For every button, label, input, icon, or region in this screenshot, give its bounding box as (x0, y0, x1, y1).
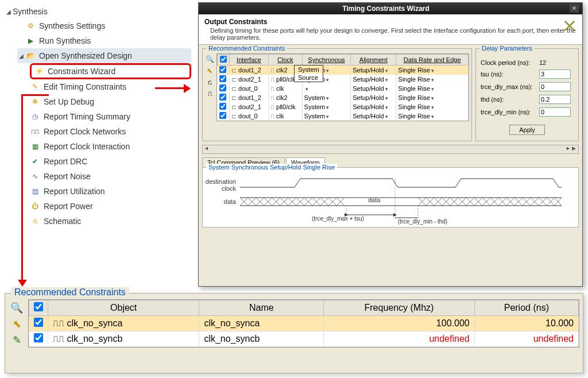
tree-report-noise[interactable]: ∿ Report Noise (30, 169, 191, 184)
tree-label: Open Synthesized Design (39, 51, 132, 60)
tree-label: Run Synthesis (39, 36, 91, 45)
row-checkbox[interactable] (34, 318, 43, 327)
tree-root-synthesis[interactable]: ◢ Synthesis (5, 5, 191, 18)
cell-sync[interactable]: System (302, 93, 351, 102)
col-sync[interactable]: Synchronous (302, 55, 351, 65)
dropdown-option[interactable]: Source (295, 74, 323, 82)
table-row[interactable]: ⊏ dout_0 ⎍ clk Setup/Hold Single Rise (218, 84, 469, 93)
table-row[interactable]: ⊏ dout2_1 ⎍ pll0/clk System Setup/Hold S… (218, 102, 469, 111)
cell-sync[interactable]: System (302, 111, 351, 121)
xilinx-logo-icon (563, 19, 577, 33)
col-align[interactable]: Alignment (351, 55, 396, 65)
tmin-input[interactable] (539, 107, 571, 117)
waveform-title: System Synchronous Setup/Hold Single Ris… (206, 164, 337, 171)
tree-report-util[interactable]: ▤ Report Utilization (30, 184, 191, 199)
table-row[interactable]: ⊏ dout1_2 ⎍ clk2 System Setup/Hold Singl… (218, 65, 469, 75)
cell-align[interactable]: Setup/Hold (351, 75, 396, 84)
edit-icon[interactable]: ✎ (13, 334, 21, 346)
table-row[interactable]: ⊏ dout2_1 ⎍ pll0/clk System Setup/Hold S… (218, 75, 469, 84)
row-checkbox[interactable] (219, 75, 226, 82)
collapse-icon[interactable]: ◢ (5, 9, 13, 15)
cell-align[interactable]: Setup/Hold (351, 84, 396, 93)
tree-label: Schematic (44, 217, 81, 226)
row-checkbox[interactable] (219, 94, 226, 101)
wave-tool-icon[interactable]: ⎍ (205, 89, 214, 98)
col-name[interactable]: Name (199, 300, 324, 316)
table-row[interactable]: ⊏ dout_0 ⎍ clk System Setup/Hold Single … (218, 111, 469, 121)
design-icon: 📂 (25, 51, 36, 61)
table-header: Object Name Frequency (Mhz) Period (ns) (29, 300, 579, 316)
rec-toolbar: 🔍 ⬉ ⎌ ⎍ (205, 53, 216, 121)
cell-align[interactable]: Setup/Hold (351, 111, 396, 121)
window-title: Timing Constraints Wizard (202, 5, 570, 13)
search-icon[interactable]: 🔍 (10, 302, 23, 314)
col-clock[interactable]: Clock (269, 55, 303, 65)
tree-setup-debug[interactable]: ❋ Set Up Debug (30, 94, 191, 109)
cell-interface: ⊏ dout2_1 (230, 75, 269, 84)
hscrollbar[interactable] (202, 145, 579, 154)
tree-edit-timing[interactable]: ✎ Edit Timing Constraints (30, 79, 191, 94)
cell-sync[interactable]: System (302, 102, 351, 111)
tool-icon[interactable]: ⎌ (205, 78, 214, 87)
thd-label: thd (ns): (481, 96, 539, 103)
tmax-input[interactable] (539, 82, 571, 91)
sync-dropdown[interactable]: System Source (294, 65, 323, 82)
tree-run-synth[interactable]: ▶ Run Synthesis (17, 33, 191, 48)
checkbox-all[interactable] (34, 302, 43, 311)
col-interface[interactable]: Interface (230, 55, 269, 65)
cell-clock: ⎍ clk2 (269, 93, 303, 102)
table-row[interactable]: ⊏ dout1_2 ⎍ clk2 System Setup/Hold Singl… (218, 93, 469, 102)
cursor-icon[interactable]: ⬉ (13, 318, 21, 330)
cell-rate[interactable]: Single Rise (396, 75, 469, 84)
cell-rate[interactable]: Single Rise (396, 102, 469, 111)
row-checkbox[interactable] (219, 112, 226, 119)
tree-schematic[interactable]: ⎋ Schematic (30, 214, 191, 229)
cell-rate[interactable]: Single Rise (396, 65, 469, 75)
tree-constraints-wizard[interactable]: ⚡ Constraints Wizard (30, 63, 191, 79)
cell-name: clk_no_synca (199, 316, 324, 331)
search-icon[interactable]: 🔍 (205, 55, 214, 64)
tsu-input[interactable] (539, 70, 571, 79)
row-checkbox[interactable] (219, 84, 226, 91)
col-period[interactable]: Period (ns) (474, 300, 578, 316)
tree-label: Constraints Wizard (48, 67, 115, 76)
col-object[interactable]: Object (48, 300, 199, 316)
tree-report-clock-net[interactable]: ⎍⎍ Report Clock Networks (30, 124, 191, 139)
close-button[interactable]: × (570, 5, 579, 13)
col-rate[interactable]: Data Rate and Edge (396, 55, 469, 65)
arrow-corner (21, 94, 49, 96)
dropdown-option[interactable]: System (295, 65, 323, 74)
cell-align[interactable]: Setup/Hold (351, 65, 396, 75)
collapse-icon[interactable]: ◢ (17, 53, 25, 59)
wand-icon: ⚡ (34, 66, 44, 76)
tree-report-power[interactable]: ⏻ Report Power (30, 199, 191, 214)
table-row[interactable]: ⎍⎍ clk_no_synca clk_no_synca 100.000 10.… (29, 316, 579, 331)
row-checkbox[interactable] (34, 333, 43, 342)
row-checkbox[interactable] (219, 103, 226, 110)
tree-report-drc[interactable]: ✔ Report DRC (30, 154, 191, 169)
apply-button[interactable]: Apply (509, 125, 545, 135)
cell-clock: ⎍ pll0/clk (269, 102, 303, 111)
edit-icon: ✎ (30, 82, 40, 92)
delay-params-label: Delay Parameters (479, 45, 535, 52)
thd-input[interactable] (539, 95, 571, 104)
cell-align[interactable]: Setup/Hold (351, 102, 396, 111)
cell-rate[interactable]: Single Rise (396, 111, 469, 121)
table-row[interactable]: ⎍⎍ clk_no_syncb clk_no_syncb undefined u… (29, 331, 579, 347)
checkbox-all[interactable] (220, 56, 227, 63)
tree-report-clock-int[interactable]: ▦ Report Clock Interaction (30, 139, 191, 154)
tree-synth-settings[interactable]: ⚙ Synthesis Settings (17, 18, 191, 33)
row-checkbox[interactable] (219, 66, 226, 73)
cell-rate[interactable]: Single Rise (396, 84, 469, 93)
tree-open-synth-design[interactable]: ◢ 📂 Open Synthesized Design (17, 48, 191, 63)
cell-interface: ⊏ dout1_2 (230, 93, 269, 102)
cell-align[interactable]: Setup/Hold (351, 93, 396, 102)
col-freq[interactable]: Frequency (Mhz) (324, 300, 474, 316)
cell-rate[interactable]: Single Rise (396, 93, 469, 102)
cell-sync[interactable] (302, 84, 351, 93)
bug-icon: ❋ (30, 97, 40, 107)
cursor-icon[interactable]: ⬉ (205, 66, 214, 75)
tree-report-timing[interactable]: ◷ Report Timing Summary (30, 109, 191, 124)
bottom-panel: Recommended Constraints 🔍 ⬉ ✎ Object Nam… (5, 293, 583, 373)
constraints-table: Interface Clock Synchronous Alignment Da… (216, 53, 469, 121)
